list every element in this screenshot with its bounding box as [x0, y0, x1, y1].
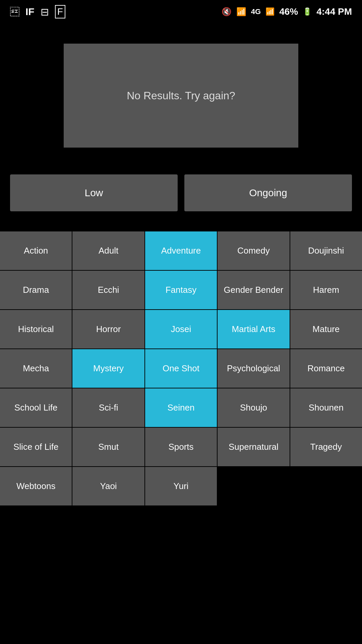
genre-cell-supernatural[interactable]: Supernatural	[218, 428, 289, 466]
genre-cell-historical[interactable]: Historical	[0, 310, 72, 348]
genre-cell-doujinshi[interactable]: Doujinshi	[290, 231, 362, 270]
genre-cell-mature[interactable]: Mature	[290, 310, 362, 348]
genre-cell-tragedy[interactable]: Tragedy	[290, 428, 362, 466]
no-results-box: No Results. Try again?	[64, 44, 298, 148]
genre-cell-adult[interactable]: Adult	[72, 231, 144, 270]
genre-cell-empty	[290, 467, 362, 505]
facebook-icon: 	[10, 6, 19, 17]
tune-icon: ⊟	[41, 6, 49, 18]
battery-label: 46%	[279, 6, 298, 17]
network-icon: 4G	[251, 7, 261, 16]
genre-cell-yuri[interactable]: Yuri	[145, 467, 217, 505]
genre-cell-slice-of-life[interactable]: Slice of Life	[0, 428, 72, 466]
no-results-section: No Results. Try again?	[0, 23, 362, 158]
genre-cell-action[interactable]: Action	[0, 231, 72, 270]
signal-icon: 📶	[265, 7, 275, 16]
status-right-info: 🔇 📶 4G 📶 46% 🔋 4:44 PM	[222, 6, 352, 17]
no-results-text: No Results. Try again?	[127, 90, 235, 102]
genre-cell-sci-fi[interactable]: Sci-fi	[72, 388, 144, 427]
status-bar:  IF ⊟ F 🔇 📶 4G 📶 46% 🔋 4:44 PM	[0, 0, 362, 23]
genre-cell-horror[interactable]: Horror	[72, 310, 144, 348]
genre-cell-mecha[interactable]: Mecha	[0, 349, 72, 388]
genre-cell-fantasy[interactable]: Fantasy	[145, 271, 217, 309]
genre-cell-josei[interactable]: Josei	[145, 310, 217, 348]
f2-icon: F	[55, 5, 65, 18]
genre-cell-yaoi[interactable]: Yaoi	[72, 467, 144, 505]
genre-cell-smut[interactable]: Smut	[72, 428, 144, 466]
genre-cell-adventure[interactable]: Adventure	[145, 231, 217, 270]
genre-cell-mystery[interactable]: Mystery	[72, 349, 144, 388]
time-display: 4:44 PM	[316, 6, 352, 17]
genre-cell-gender-bender[interactable]: Gender Bender	[218, 271, 289, 309]
genre-cell-shounen[interactable]: Shounen	[290, 388, 362, 427]
genre-cell-webtoons[interactable]: Webtoons	[0, 467, 72, 505]
genre-grid: ActionAdultAdventureComedyDoujinshiDrama…	[0, 221, 362, 505]
low-filter-button[interactable]: Low	[10, 174, 178, 211]
genre-cell-empty	[218, 467, 289, 505]
genre-cell-harem[interactable]: Harem	[290, 271, 362, 309]
genre-cell-shoujo[interactable]: Shoujo	[218, 388, 289, 427]
genre-cell-ecchi[interactable]: Ecchi	[72, 271, 144, 309]
status-left-icons:  IF ⊟ F	[10, 5, 65, 18]
filter-row: Low Ongoing	[0, 158, 362, 221]
mute-icon: 🔇	[222, 7, 232, 16]
genre-cell-school-life[interactable]: School Life	[0, 388, 72, 427]
genre-cell-martial-arts[interactable]: Martial Arts	[218, 310, 289, 348]
battery-icon: 🔋	[303, 7, 312, 16]
genre-cell-comedy[interactable]: Comedy	[218, 231, 289, 270]
genre-cell-romance[interactable]: Romance	[290, 349, 362, 388]
if-icon: IF	[25, 6, 35, 17]
wifi-icon: 📶	[236, 7, 246, 16]
genre-cell-drama[interactable]: Drama	[0, 271, 72, 309]
genre-cell-sports[interactable]: Sports	[145, 428, 217, 466]
genre-cell-one-shot[interactable]: One Shot	[145, 349, 217, 388]
genre-cell-seinen[interactable]: Seinen	[145, 388, 217, 427]
ongoing-filter-button[interactable]: Ongoing	[184, 174, 352, 211]
genre-cell-psychological[interactable]: Psychological	[218, 349, 289, 388]
